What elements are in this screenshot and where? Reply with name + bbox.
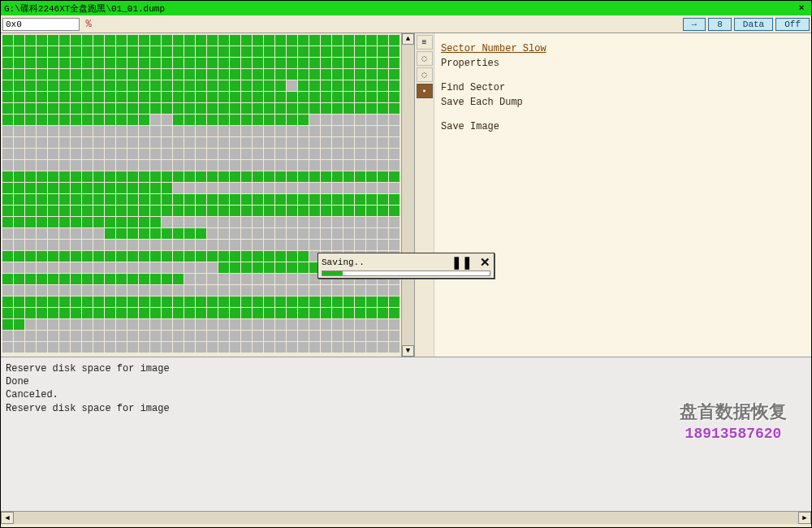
sector-cell[interactable]: [287, 228, 297, 239]
sector-cell[interactable]: [184, 262, 195, 273]
sector-grid[interactable]: [2, 35, 400, 353]
sector-cell[interactable]: [59, 274, 70, 284]
sector-cell[interactable]: [241, 285, 252, 296]
sector-cell[interactable]: [389, 194, 400, 205]
sector-cell[interactable]: [275, 35, 286, 45]
sector-cell[interactable]: [25, 217, 36, 227]
sector-cell[interactable]: [343, 319, 354, 330]
sector-cell[interactable]: [389, 115, 400, 125]
sector-cell[interactable]: [287, 69, 297, 80]
sector-cell[interactable]: [389, 319, 400, 330]
sector-cell[interactable]: [139, 46, 149, 57]
sector-cell[interactable]: [184, 115, 195, 125]
sector-cell[interactable]: [275, 331, 286, 341]
sector-cell[interactable]: [116, 342, 127, 353]
sector-cell[interactable]: [116, 251, 127, 262]
sector-cell[interactable]: [241, 58, 252, 68]
sector-cell[interactable]: [2, 80, 13, 91]
sector-cell[interactable]: [275, 308, 286, 318]
sector-cell[interactable]: [355, 331, 365, 341]
close-icon[interactable]: ×: [795, 3, 808, 13]
sector-cell[interactable]: [275, 58, 286, 68]
sector-cell[interactable]: [218, 274, 229, 284]
sector-cell[interactable]: [378, 194, 388, 205]
sector-cell[interactable]: [2, 206, 13, 216]
sector-cell[interactable]: [93, 274, 104, 284]
sector-cell[interactable]: [275, 160, 286, 171]
sector-cell[interactable]: [275, 46, 286, 57]
sector-cell[interactable]: [162, 206, 172, 216]
sector-cell[interactable]: [48, 308, 58, 318]
sector-cell[interactable]: [184, 137, 195, 148]
sector-cell[interactable]: [48, 46, 58, 57]
sector-cell[interactable]: [230, 228, 240, 239]
sector-cell[interactable]: [343, 285, 354, 296]
sector-cell[interactable]: [264, 296, 274, 307]
sector-cell[interactable]: [264, 342, 274, 353]
sector-cell[interactable]: [93, 160, 104, 171]
sector-cell[interactable]: [366, 115, 377, 125]
sector-cell[interactable]: [2, 228, 13, 239]
sector-cell[interactable]: [355, 46, 365, 57]
sector-cell[interactable]: [321, 149, 331, 159]
sector-cell[interactable]: [37, 206, 47, 216]
sector-cell[interactable]: [162, 296, 172, 307]
sector-cell[interactable]: [139, 285, 149, 296]
sector-cell[interactable]: [139, 126, 149, 136]
sector-cell[interactable]: [264, 137, 274, 148]
sector-cell[interactable]: [378, 92, 388, 102]
sector-cell[interactable]: [71, 149, 81, 159]
sector-cell[interactable]: [25, 69, 36, 80]
sector-cell[interactable]: [162, 319, 172, 330]
sector-cell[interactable]: [218, 331, 229, 341]
sector-cell[interactable]: [116, 285, 127, 296]
sector-cell[interactable]: [230, 183, 240, 193]
sector-cell[interactable]: [184, 285, 195, 296]
sector-cell[interactable]: [105, 285, 115, 296]
sector-cell[interactable]: [48, 251, 58, 262]
sector-cell[interactable]: [196, 296, 206, 307]
sector-cell[interactable]: [230, 217, 240, 227]
sector-cell[interactable]: [105, 206, 115, 216]
sector-cell[interactable]: [105, 217, 115, 227]
sector-cell[interactable]: [82, 58, 93, 68]
sector-cell[interactable]: [343, 103, 354, 114]
sector-cell[interactable]: [150, 103, 161, 114]
sector-cell[interactable]: [230, 240, 240, 250]
sector-cell[interactable]: [207, 137, 218, 148]
sector-cell[interactable]: [25, 92, 36, 102]
sector-cell[interactable]: [241, 251, 252, 262]
sector-cell[interactable]: [287, 115, 297, 125]
sector-cell[interactable]: [264, 217, 274, 227]
sector-cell[interactable]: [253, 46, 263, 57]
sector-cell[interactable]: [378, 171, 388, 182]
sector-cell[interactable]: [287, 183, 297, 193]
sector-cell[interactable]: [298, 285, 309, 296]
tool-bulb2-icon[interactable]: ◌: [417, 67, 433, 82]
sector-cell[interactable]: [14, 171, 24, 182]
sector-cell[interactable]: [150, 183, 161, 193]
sector-cell[interactable]: [184, 240, 195, 250]
sector-cell[interactable]: [343, 80, 354, 91]
sector-cell[interactable]: [14, 35, 24, 45]
sector-cell[interactable]: [25, 228, 36, 239]
sector-cell[interactable]: [355, 308, 365, 318]
sector-cell[interactable]: [366, 103, 377, 114]
sector-cell[interactable]: [378, 342, 388, 353]
sector-cell[interactable]: [321, 206, 331, 216]
sector-cell[interactable]: [37, 194, 47, 205]
sector-cell[interactable]: [37, 149, 47, 159]
scroll-right-icon[interactable]: ▶: [798, 512, 811, 524]
sector-cell[interactable]: [139, 92, 149, 102]
sector-cell[interactable]: [82, 92, 93, 102]
sector-cell[interactable]: [48, 149, 58, 159]
sector-cell[interactable]: [162, 262, 172, 273]
sector-cell[interactable]: [241, 262, 252, 273]
sector-cell[interactable]: [207, 69, 218, 80]
sector-cell[interactable]: [309, 46, 320, 57]
sector-cell[interactable]: [25, 342, 36, 353]
sector-cell[interactable]: [253, 228, 263, 239]
go-button[interactable]: →: [683, 18, 706, 31]
sector-cell[interactable]: [207, 308, 218, 318]
link-icon[interactable]: %: [82, 18, 95, 31]
